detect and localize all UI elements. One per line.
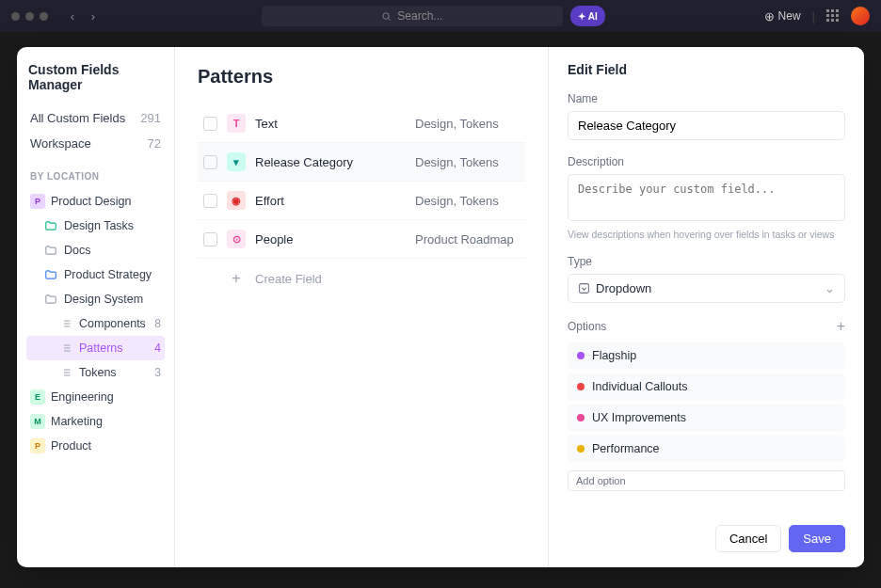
nav-forward-icon[interactable]: › <box>84 7 103 25</box>
tree-label: Components <box>79 317 149 330</box>
tree-count: 8 <box>154 317 161 330</box>
tree-item[interactable]: Components8 <box>26 311 165 336</box>
search-placeholder: Search... <box>397 9 442 23</box>
field-name: Effort <box>255 194 406 208</box>
option-row[interactable]: Flagship <box>568 342 845 369</box>
save-button[interactable]: Save <box>789 525 845 552</box>
tree-label: Design Tasks <box>64 219 161 232</box>
option-label: Individual Callouts <box>592 380 687 393</box>
window-controls[interactable] <box>11 12 48 21</box>
panel-title: Edit Field <box>568 62 845 77</box>
tree-item[interactable]: PProduct Design <box>26 189 165 214</box>
sidebar-item-workspace[interactable]: Workspace 72 <box>26 131 165 156</box>
create-field-button[interactable]: + Create Field <box>198 259 525 298</box>
field-type-icon: ◉ <box>227 191 246 210</box>
tree-item[interactable]: Product Strategy <box>26 262 165 287</box>
topbar: ‹ › Search... ✦AI ⊕ New | <box>0 0 881 32</box>
plus-icon: + <box>227 270 246 287</box>
space-badge: P <box>30 194 45 209</box>
tree-label: Marketing <box>51 415 161 428</box>
apps-icon[interactable] <box>826 9 840 23</box>
checkbox[interactable] <box>203 232 217 246</box>
space-badge: P <box>30 438 45 453</box>
option-row[interactable]: UX Improvements <box>568 405 845 431</box>
tree-item[interactable]: PProduct <box>26 434 165 458</box>
field-tags: Design, Tokens <box>415 117 499 131</box>
tree-item[interactable]: Design Tasks <box>26 214 165 238</box>
tree-label: Product <box>51 439 161 453</box>
tree-label: Design System <box>64 293 161 306</box>
ai-badge[interactable]: ✦AI <box>570 6 605 26</box>
nav-back-icon[interactable]: ‹ <box>63 7 82 25</box>
sidebar: Custom Fields Manager All Custom Fields … <box>17 47 175 567</box>
tree-label: Product Strategy <box>64 268 161 281</box>
description-label: Description <box>568 155 845 168</box>
folder-icon <box>43 218 58 233</box>
tree-item[interactable]: Patterns4 <box>26 336 165 360</box>
field-name: People <box>255 232 406 246</box>
tree-item[interactable]: MMarketing <box>26 409 165 434</box>
search-icon <box>381 11 392 22</box>
svg-rect-20 <box>580 284 589 294</box>
option-color-dot <box>577 445 585 453</box>
option-label: Flagship <box>592 349 636 362</box>
type-select[interactable]: Dropdown <box>568 274 845 303</box>
tree-label: Patterns <box>79 342 149 355</box>
field-row[interactable]: T Text Design, Tokens <box>198 104 525 143</box>
dropdown-icon <box>578 282 590 294</box>
option-label: Performance <box>592 442 660 455</box>
options-label: Options <box>568 320 606 333</box>
add-option-button[interactable]: Add option <box>568 470 845 491</box>
folder-icon <box>43 267 58 282</box>
search-input[interactable]: Search... <box>262 6 563 26</box>
add-option-icon[interactable]: + <box>837 318 845 335</box>
tree-label: Engineering <box>51 390 161 404</box>
tree-item[interactable]: EEngineering <box>26 385 165 409</box>
tree-item[interactable]: Tokens3 <box>26 360 165 385</box>
field-name: Release Category <box>255 155 406 169</box>
checkbox[interactable] <box>203 117 217 131</box>
sidebar-item-all[interactable]: All Custom Fields 291 <box>26 105 165 131</box>
tree-label: Docs <box>64 244 161 257</box>
field-tags: Design, Tokens <box>415 155 499 169</box>
field-type-icon: ⊙ <box>227 230 246 248</box>
space-badge: E <box>30 389 45 405</box>
field-tags: Product Roadmap <box>415 232 514 246</box>
checkbox[interactable] <box>203 194 217 208</box>
page-title: Patterns <box>198 66 525 87</box>
option-color-dot <box>577 352 585 359</box>
sidebar-title: Custom Fields Manager <box>26 62 165 92</box>
tree-item[interactable]: Docs <box>26 238 165 262</box>
name-field[interactable] <box>568 111 845 140</box>
type-label: Type <box>568 255 845 268</box>
field-name: Text <box>255 117 406 131</box>
option-row[interactable]: Performance <box>568 436 845 462</box>
tree-count: 4 <box>154 342 161 355</box>
field-row[interactable]: ▾ Release Category Design, Tokens <box>198 143 525 182</box>
option-row[interactable]: Individual Callouts <box>568 373 845 400</box>
cancel-button[interactable]: Cancel <box>715 525 781 552</box>
checkbox[interactable] <box>203 155 217 169</box>
sidebar-section-label: BY LOCATION <box>30 171 165 182</box>
option-color-dot <box>577 383 585 390</box>
description-hint: View descriptions when hovering over fie… <box>568 229 845 240</box>
option-color-dot <box>577 414 585 421</box>
folder-icon <box>43 292 58 307</box>
edit-panel: Edit Field Name Description View descrip… <box>548 47 864 567</box>
field-tags: Design, Tokens <box>415 194 499 208</box>
folder-icon <box>43 243 58 258</box>
tree-label: Tokens <box>79 366 149 379</box>
field-row[interactable]: ◉ Effort Design, Tokens <box>198 182 525 220</box>
field-row[interactable]: ⊙ People Product Roadmap <box>198 220 525 259</box>
main-window: Custom Fields Manager All Custom Fields … <box>17 47 864 567</box>
space-badge: M <box>30 414 45 429</box>
field-type-icon: ▾ <box>227 152 246 171</box>
list-icon <box>58 316 73 331</box>
svg-line-1 <box>389 18 391 20</box>
new-button[interactable]: ⊕ New <box>764 9 801 24</box>
tree-item[interactable]: Design System <box>26 287 165 311</box>
avatar[interactable] <box>851 7 870 25</box>
tree-count: 3 <box>154 366 161 379</box>
description-field[interactable] <box>568 174 845 221</box>
name-label: Name <box>568 92 845 105</box>
